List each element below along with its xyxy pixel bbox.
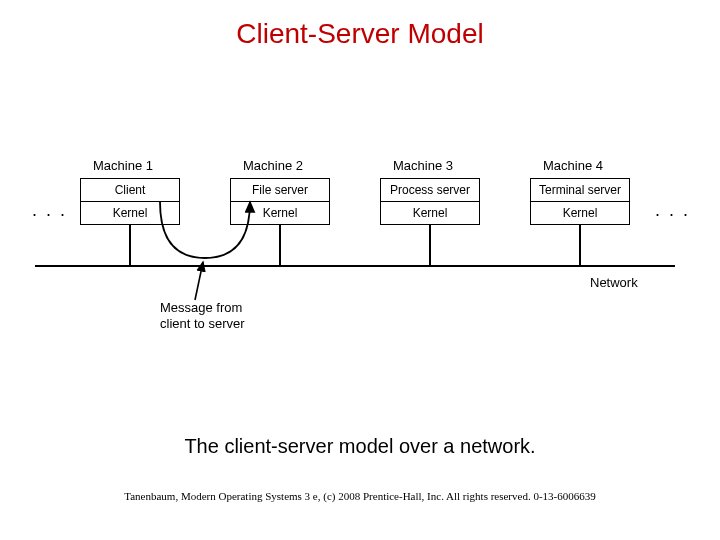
message-label-line1: Message from: [160, 300, 242, 315]
slide-stage: Client-Server Model . . . . . . Machine …: [0, 0, 720, 540]
message-label: Message from client to server: [160, 300, 245, 333]
slide-credit: Tanenbaum, Modern Operating Systems 3 e,…: [0, 490, 720, 502]
message-arrow-svg: [0, 0, 720, 540]
message-label-line2: client to server: [160, 316, 245, 331]
message-curve: [160, 202, 250, 258]
slide-caption: The client-server model over a network.: [0, 435, 720, 458]
message-pointer: [195, 262, 203, 300]
